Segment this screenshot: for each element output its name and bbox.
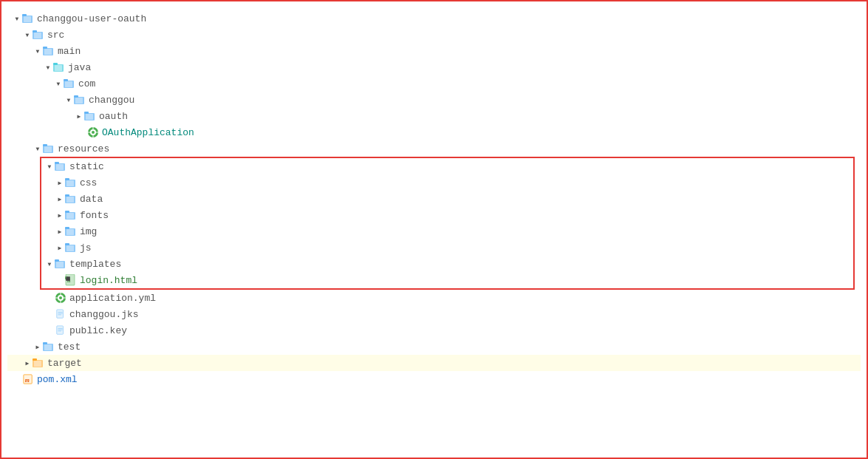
file-icon-oauth-app [87,127,99,137]
fonts-label: fonts [80,210,109,221]
file-tree: changgou-user-oauth src main [1,7,867,390]
svg-rect-76 [44,344,52,350]
svg-rect-60 [61,293,61,295]
folder-icon-img [65,226,77,237]
tree-item-src[interactable]: src [7,27,861,43]
folder-icon-java [53,62,65,72]
svg-rect-7 [43,47,47,49]
target-label: target [47,358,82,369]
folder-icon-test [43,341,55,352]
chevron-test [33,341,43,352]
svg-point-59 [59,296,62,299]
svg-rect-20 [86,114,93,120]
svg-rect-33 [56,164,64,170]
svg-rect-62 [55,298,58,299]
main-label: main [58,46,81,57]
chevron-root [12,13,22,24]
svg-rect-16 [74,95,78,98]
root-label: changgou-user-oauth [37,13,146,24]
svg-rect-17 [75,98,83,103]
chevron-oauth [74,111,84,121]
folder-icon-static [55,161,66,171]
src-label: src [47,30,64,41]
tree-item-img[interactable]: img [41,223,853,239]
changgou-jks-label: changgou.jks [69,309,139,320]
login-html-label: login.html [80,275,137,286]
tree-item-static[interactable]: static [41,158,853,174]
img-label: img [80,226,97,237]
tree-item-oauth[interactable]: oauth [7,108,861,124]
tree-item-main[interactable]: main [7,43,861,59]
com-label: com [78,78,95,89]
svg-rect-78 [33,358,37,361]
svg-rect-11 [55,65,62,71]
folder-icon-target [33,358,44,368]
tree-item-resources[interactable]: resources [7,140,861,157]
chevron-src [22,30,33,40]
folder-icon-resources [43,143,55,154]
tree-item-fonts[interactable]: fonts [41,207,853,223]
svg-rect-38 [65,194,69,197]
svg-rect-41 [65,211,69,213]
svg-rect-48 [66,245,74,251]
folder-icon-oauth [84,111,96,121]
svg-rect-45 [66,229,74,235]
tree-item-css[interactable]: css [41,174,853,191]
svg-rect-35 [65,178,69,180]
tree-item-pom-xml[interactable]: m pom.xml [7,371,861,387]
tree-item-public-key[interactable]: public.key [7,322,861,339]
pom-xml-label: pom.xml [37,374,78,385]
svg-text:m: m [25,377,30,384]
svg-rect-69 [57,326,64,334]
svg-rect-47 [65,243,69,245]
chevron-js [55,242,65,253]
svg-rect-27 [96,132,98,133]
oauth-app-label: OAuthApplication [102,127,194,138]
svg-rect-8 [44,49,52,55]
chevron-java [43,62,53,72]
tree-item-application-yml[interactable]: application.yml [7,290,861,306]
folder-icon-com [64,78,75,89]
svg-rect-29 [43,144,47,146]
svg-rect-5 [34,33,41,38]
file-icon-application-yml [55,293,66,303]
folder-icon-templates [55,259,66,269]
svg-rect-10 [53,63,58,65]
svg-rect-51 [56,262,64,268]
chevron-main [33,46,43,56]
resources-label: resources [58,143,109,154]
tree-item-root[interactable]: changgou-user-oauth [7,10,861,27]
tree-item-target[interactable]: target [7,355,861,371]
chevron-css [55,177,65,188]
svg-rect-61 [61,301,61,303]
tree-item-data[interactable]: data [41,191,853,207]
folder-icon-fonts [65,210,77,220]
chevron-static [44,161,55,171]
tree-item-login-html[interactable]: H ⬛ login.html [41,272,853,288]
file-icon-changgou-jks [55,309,66,319]
tree-item-java[interactable]: java [7,59,861,75]
svg-rect-32 [55,162,59,164]
folder-icon-data [65,194,77,204]
chevron-changgou [64,95,74,105]
tree-item-changgou[interactable]: changgou [7,92,861,108]
svg-rect-13 [64,79,68,81]
highlighted-region: static css data [40,157,855,290]
project-tree-container: changgou-user-oauth src main [0,0,868,459]
tree-item-templates[interactable]: templates [41,256,853,272]
svg-rect-63 [64,298,66,299]
static-label: static [69,161,104,172]
file-icon-login-html: H ⬛ [65,275,77,285]
tree-item-changgou-jks[interactable]: changgou.jks [7,306,861,322]
svg-rect-26 [88,132,90,133]
tree-item-oauth-application[interactable]: OAuthApplication [7,124,861,140]
svg-rect-79 [34,361,41,367]
svg-rect-75 [43,342,47,344]
tree-item-test[interactable]: test [7,339,861,355]
tree-item-com[interactable]: com [7,75,861,92]
css-label: css [80,177,97,188]
svg-rect-25 [93,135,94,137]
svg-rect-64 [57,310,64,318]
js-label: js [80,242,92,254]
tree-item-js[interactable]: js [41,239,853,256]
